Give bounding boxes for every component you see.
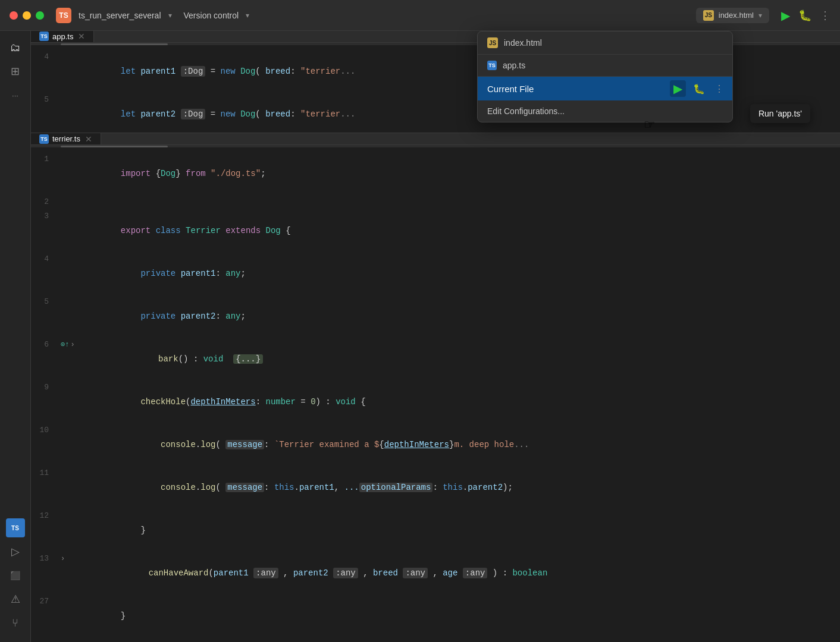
active-file-tab[interactable]: JS index.html ▾ bbox=[696, 8, 769, 23]
close-tab-terrier[interactable]: ✕ bbox=[85, 134, 92, 144]
bl-content-13: canHaveAward(parent1 :any , parent2 :any… bbox=[68, 552, 840, 594]
traffic-lights bbox=[10, 11, 44, 20]
tab-terrier-ts[interactable]: TS terrier.ts ✕ bbox=[31, 133, 101, 144]
bl-num-10: 10 bbox=[31, 423, 61, 438]
js-badge: JS bbox=[703, 10, 714, 21]
line-num-5: 5 bbox=[31, 93, 61, 107]
sidebar-item-run[interactable]: ▷ bbox=[6, 542, 25, 561]
bottom-line-4: 4 private parent1: any; bbox=[31, 252, 840, 295]
dropdown-item-index-html[interactable]: JS index.html bbox=[478, 32, 732, 55]
tab-app-ts[interactable]: TS app.ts ✕ bbox=[31, 31, 94, 42]
bl-content-1: import {Dog} from "./dog.ts"; bbox=[61, 152, 840, 195]
close-tab-app[interactable]: ✕ bbox=[78, 32, 85, 41]
tooltip-text: Run 'app.ts' bbox=[758, 109, 802, 118]
bl-content-12: } bbox=[61, 509, 840, 552]
bl-content-3: export class Terrier extends Dog { bbox=[61, 209, 840, 252]
run-configuration-dropdown: JS index.html TS app.ts Current File ▶ 🐛… bbox=[477, 31, 733, 122]
bl-num-3: 3 bbox=[31, 209, 61, 224]
main-layout: 🗂 ⊞ ··· TS ▷ ⬛ ⚠ ⑂ TS app.ts ✕ bbox=[0, 31, 840, 642]
bl-num-2: 2 bbox=[31, 195, 61, 209]
arrow-icon-13: › bbox=[61, 552, 65, 566]
project-icon: TS bbox=[56, 8, 71, 23]
sidebar-item-git[interactable]: ⑂ bbox=[6, 613, 25, 632]
ts-badge-app: TS bbox=[39, 32, 49, 41]
js-badge-dropdown: JS bbox=[487, 37, 498, 48]
bottom-line-1: 1 import {Dog} from "./dog.ts"; bbox=[31, 152, 840, 195]
bl-content-27: } bbox=[61, 594, 840, 637]
dropdown-label-app-ts: app.ts bbox=[503, 61, 525, 70]
ts-badge-terrier: TS bbox=[39, 134, 49, 144]
version-chevron-icon[interactable]: ▾ bbox=[246, 11, 249, 20]
dropdown-actions: ▶ 🐛 ⋮ bbox=[670, 80, 726, 97]
run-tooltip: Run 'app.ts' bbox=[750, 104, 810, 123]
bl-num-1: 1 bbox=[31, 152, 61, 166]
titlebar-actions: ▶ 🐛 ⋮ bbox=[781, 8, 830, 23]
editor-split: TS app.ts ✕ 4 let parent1 :Dog = new Dog… bbox=[31, 31, 840, 642]
bottom-line-2: 2 bbox=[31, 195, 840, 209]
more-button[interactable]: ⋮ bbox=[820, 9, 830, 22]
ts-badge-dropdown-app: TS bbox=[487, 61, 497, 70]
dropdown-item-app-ts[interactable]: TS app.ts bbox=[478, 55, 732, 77]
dropdown-more-button[interactable]: ⋮ bbox=[712, 82, 726, 96]
tab-label-terrier: terrier.ts bbox=[52, 134, 80, 143]
dropdown-label-current-file: Current File bbox=[487, 84, 534, 94]
left-sidebar: 🗂 ⊞ ··· TS ▷ ⬛ ⚠ ⑂ bbox=[0, 31, 31, 642]
sidebar-item-problems[interactable]: ⚠ bbox=[6, 590, 25, 609]
editor-area: TS app.ts ✕ 4 let parent1 :Dog = new Dog… bbox=[31, 31, 840, 642]
sidebar-item-folder[interactable]: 🗂 bbox=[6, 38, 25, 57]
bottom-line-27: 27 } bbox=[31, 594, 840, 637]
dropdown-item-edit-configs[interactable]: Edit Configurations... bbox=[478, 100, 732, 122]
bottom-line-10: 10 console.log( message: `Terrier examin… bbox=[31, 423, 840, 466]
active-file-chevron-icon[interactable]: ▾ bbox=[758, 11, 762, 20]
version-control[interactable]: Version control bbox=[184, 11, 239, 20]
bottom-line-11: 11 console.log( message: this.parent1, .… bbox=[31, 466, 840, 509]
minimize-button[interactable] bbox=[23, 11, 31, 20]
arrow-icon: › bbox=[70, 338, 74, 352]
sidebar-bottom: TS ▷ ⬛ ⚠ ⑂ bbox=[6, 518, 25, 632]
dropdown-item-current-file[interactable]: Current File ▶ 🐛 ⋮ bbox=[478, 77, 732, 100]
run-button[interactable]: ▶ bbox=[781, 8, 790, 23]
bottom-line-3: 3 export class Terrier extends Dog { bbox=[31, 209, 840, 252]
bottom-editor-tabs: TS terrier.ts ✕ bbox=[31, 133, 840, 145]
line-num-4: 4 bbox=[31, 50, 61, 64]
bottom-code-pane[interactable]: 1 import {Dog} from "./dog.ts"; 2 3 expo… bbox=[31, 147, 840, 642]
dropdown-run-button[interactable]: ▶ bbox=[670, 80, 686, 97]
debug-button[interactable]: 🐛 bbox=[798, 9, 811, 22]
bl-num-13: 13 bbox=[31, 552, 61, 566]
sidebar-item-ts[interactable]: TS bbox=[6, 518, 25, 537]
bl-num-27: 27 bbox=[31, 594, 61, 609]
bl-content-4: private parent1: any; bbox=[61, 252, 840, 295]
bl-num-6: 6 bbox=[31, 338, 61, 352]
bl-num-4: 4 bbox=[31, 252, 61, 266]
active-file-name: index.html bbox=[719, 11, 754, 20]
bl-num-12: 12 bbox=[31, 509, 61, 523]
close-button[interactable] bbox=[10, 11, 18, 20]
bl-content-10: console.log( message: `Terrier examined … bbox=[61, 423, 840, 466]
sidebar-item-terminal[interactable]: ⬛ bbox=[6, 566, 25, 585]
bl-content-5: private parent2: any; bbox=[61, 295, 840, 338]
project-name: ts_run_server_several bbox=[79, 11, 161, 20]
bl-content-6: bark() : void {...} bbox=[79, 338, 840, 380]
sidebar-item-more[interactable]: ··· bbox=[6, 86, 25, 105]
project-chevron-icon[interactable]: ▾ bbox=[168, 11, 172, 20]
bl-content-11: console.log( message: this.parent1, ...o… bbox=[61, 466, 840, 509]
bl-num-5: 5 bbox=[31, 295, 61, 309]
bottom-line-6: 6 ⊙↑ › bark() : void {...} bbox=[31, 338, 840, 380]
titlebar: TS ts_run_server_several ▾ Version contr… bbox=[0, 0, 840, 31]
dropdown-debug-button[interactable]: 🐛 bbox=[691, 82, 707, 96]
bottom-line-12: 12 } bbox=[31, 509, 840, 552]
maximize-button[interactable] bbox=[36, 11, 44, 20]
dropdown-label-edit-configs: Edit Configurations... bbox=[487, 106, 565, 116]
bl-content-9: checkHole(depthInMeters: number = 0) : v… bbox=[61, 380, 840, 423]
bl-num-11: 11 bbox=[31, 466, 61, 480]
impl-icon: ⊙↑ bbox=[61, 338, 69, 352]
tab-label-app: app.ts bbox=[52, 32, 73, 41]
bl-num-9: 9 bbox=[31, 380, 61, 395]
sidebar-item-structure[interactable]: ⊞ bbox=[6, 62, 25, 81]
bottom-line-9: 9 checkHole(depthInMeters: number = 0) :… bbox=[31, 380, 840, 423]
bottom-line-13: 13 › canHaveAward(parent1 :any , parent2… bbox=[31, 552, 840, 594]
bottom-line-5: 5 private parent2: any; bbox=[31, 295, 840, 338]
dropdown-label-index-html: index.html bbox=[504, 38, 542, 48]
